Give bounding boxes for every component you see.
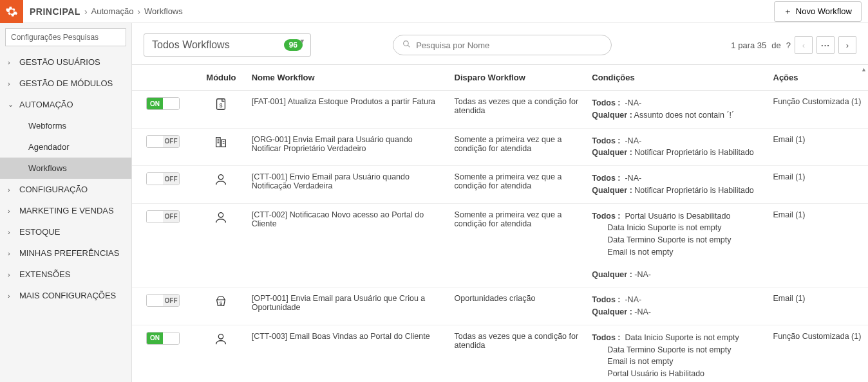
status-toggle[interactable]: ONOFF (146, 97, 180, 110)
module-icon (197, 166, 245, 204)
module-icon (197, 203, 245, 287)
col-header-acoes[interactable]: Ações (767, 65, 869, 91)
pager-more[interactable]: ··· (816, 36, 835, 54)
col-header-cond[interactable]: Condições (585, 65, 766, 91)
sidebar-item-label: GESTÃO USUÁRIOS (19, 57, 100, 67)
table-row[interactable]: ONOFF[CTT-003] Email Boas Vindas ao Port… (132, 325, 868, 382)
sidebar-item-label: AUTOMAÇÃO (19, 100, 73, 109)
sidebar-item[interactable]: ›MAIS CONFIGURAÇÕES (0, 285, 131, 306)
workflow-table: Módulo Nome Workflow Disparo Workflow Co… (132, 65, 868, 382)
breadcrumb-item[interactable]: Automação (91, 6, 134, 16)
svg-point-11 (219, 175, 223, 179)
workflow-action: Email (1) (767, 203, 869, 287)
sidebar-item-label: GESTÃO DE MÓDULOS (19, 78, 113, 88)
sidebar-subitem[interactable]: Webforms (0, 115, 131, 136)
workflow-trigger: Oportunidades criação (448, 287, 586, 325)
sidebar-item[interactable]: ›GESTÃO USUÁRIOS (0, 51, 131, 73)
sidebar-item-label: EXTENSÕES (19, 269, 70, 279)
workflow-action: Função Customizada (1) (767, 91, 869, 129)
workflow-trigger: Somente a primeira vez que a condição fo… (448, 203, 586, 287)
module-icon (197, 128, 245, 166)
workflow-name[interactable]: [CTT-003] Email Boas Vindas ao Portal do… (245, 325, 448, 382)
table-row[interactable]: ONOFF$[OPT-001] Envia Email para Usuário… (132, 287, 868, 325)
topbar: PRINCIPAL › Automação › Workflows ＋ Novo… (0, 0, 868, 23)
sidebar-subitem[interactable]: Agendador (0, 136, 131, 158)
svg-text:$: $ (220, 300, 222, 306)
workflow-table-wrap: ▲ Módulo Nome Workflow Disparo Workflow … (132, 64, 868, 382)
svg-line-1 (408, 45, 410, 47)
breadcrumb-root[interactable]: PRINCIPAL (30, 6, 80, 17)
svg-point-12 (219, 212, 223, 217)
sidebar-subitem[interactable]: Workflows (0, 158, 131, 179)
workflow-conditions: Todos : -NA-Qualquer : Assunto does not … (585, 91, 766, 129)
chevron-right-icon: › (8, 59, 14, 66)
sidebar-item-label: MARKETING E VENDAS (19, 206, 114, 215)
search-input[interactable] (416, 41, 602, 50)
main-content: Todos Workflows 96 ▼ 1 para 35 de ? ‹ ··… (132, 23, 868, 382)
workflow-trigger: Todas as vezes que a condição for atendi… (448, 91, 586, 129)
module-icon: $ (197, 287, 245, 325)
workflow-conditions: Todos : Data Inicio Suporte is not empty… (585, 325, 766, 382)
workflow-action: Email (1) (767, 128, 869, 166)
status-toggle[interactable]: ONOFF (146, 294, 180, 307)
svg-point-0 (404, 41, 409, 46)
status-toggle[interactable]: ONOFF (146, 172, 180, 185)
col-header-nome[interactable]: Nome Workflow (245, 65, 448, 91)
sidebar: Configurações Pesquisas ›GESTÃO USUÁRIOS… (0, 23, 132, 382)
workflow-action: Email (1) (767, 166, 869, 204)
workflow-name[interactable]: [CTT-001] Envio Email para Usuário quand… (245, 166, 448, 204)
workflow-trigger: Todas as vezes que a condição for atendi… (448, 325, 586, 382)
sidebar-item[interactable]: ›MINHAS PREFERÊNCIAS (0, 242, 131, 264)
sidebar-search[interactable]: Configurações Pesquisas (5, 28, 126, 46)
sidebar-item[interactable]: ›ESTOQUE (0, 221, 131, 242)
module-icon: $ (197, 91, 245, 129)
chevron-right-icon: › (8, 271, 14, 278)
sidebar-item-label: MAIS CONFIGURAÇÕES (19, 291, 116, 300)
module-icon (197, 325, 245, 382)
workflow-filter-dropdown[interactable]: Todos Workflows 96 ▼ (144, 33, 311, 57)
workflow-trigger: Somente a primeira vez que a condição fo… (448, 128, 586, 166)
status-toggle[interactable]: ONOFF (146, 210, 180, 223)
chevron-right-icon: › (8, 186, 14, 194)
plus-icon: ＋ (784, 6, 792, 17)
workflow-conditions: Todos : -NA-Qualquer : -NA- (585, 287, 766, 325)
sidebar-item-label: ESTOQUE (19, 227, 60, 237)
gear-icon[interactable] (0, 0, 23, 23)
status-toggle[interactable]: ONOFF (146, 135, 180, 148)
table-row[interactable]: ONOFF$[FAT-001] Atualiza Estoque Produto… (132, 91, 868, 129)
chevron-right-icon: › (8, 250, 14, 257)
col-header-disparo[interactable]: Disparo Workflow (448, 65, 586, 91)
svg-text:$: $ (220, 103, 223, 109)
sidebar-item[interactable]: ›EXTENSÕES (0, 264, 131, 285)
sidebar-item[interactable]: ›MARKETING E VENDAS (0, 200, 131, 221)
scroll-up-icon[interactable]: ▲ (861, 66, 867, 73)
sidebar-item[interactable]: ›GESTÃO DE MÓDULOS (0, 73, 131, 94)
search-icon (402, 40, 411, 50)
workflow-name[interactable]: [FAT-001] Atualiza Estoque Produtos a pa… (245, 91, 448, 129)
table-row[interactable]: ONOFF[CTT-002] Notificacao Novo acesso a… (132, 203, 868, 287)
new-workflow-button[interactable]: ＋ Novo Workflow (774, 1, 862, 22)
pager-prev[interactable]: ‹ (795, 36, 813, 54)
sidebar-item-label: CONFIGURAÇÃO (19, 185, 88, 194)
toolbar: Todos Workflows 96 ▼ 1 para 35 de ? ‹ ··… (132, 23, 868, 64)
chevron-right-icon: › (8, 207, 14, 215)
col-header-modulo[interactable]: Módulo (197, 65, 245, 91)
chevron-right-icon: › (8, 80, 14, 87)
sidebar-item[interactable]: ⌄AUTOMAÇÃO (0, 94, 131, 115)
pager: 1 para 35 de ? ‹ ··· › (731, 36, 856, 54)
workflow-conditions: Todos : -NA-Qualquer : Notificar Proprie… (585, 128, 766, 166)
workflow-name[interactable]: [ORG-001] Envia Email para Usuário quand… (245, 128, 448, 166)
workflow-conditions: Todos : -NA-Qualquer : Notificar Proprie… (585, 166, 766, 204)
sidebar-item[interactable]: ›CONFIGURAÇÃO (0, 179, 131, 200)
workflow-conditions: Todos : Portal Usuário is DesabilitadoDa… (585, 203, 766, 287)
breadcrumb: PRINCIPAL › Automação › Workflows (30, 6, 183, 17)
pager-next[interactable]: › (838, 36, 856, 54)
workflow-name[interactable]: [OPT-001] Envia Email para Usuário que C… (245, 287, 448, 325)
status-toggle[interactable]: ONOFF (146, 332, 180, 345)
workflow-name[interactable]: [CTT-002] Notificacao Novo acesso ao Por… (245, 203, 448, 287)
table-row[interactable]: ONOFF[CTT-001] Envio Email para Usuário … (132, 166, 868, 204)
table-row[interactable]: ONOFF[ORG-001] Envia Email para Usuário … (132, 128, 868, 166)
sidebar-item-label: MINHAS PREFERÊNCIAS (19, 248, 119, 258)
breadcrumb-item[interactable]: Workflows (144, 6, 183, 16)
search-field[interactable] (393, 35, 612, 55)
